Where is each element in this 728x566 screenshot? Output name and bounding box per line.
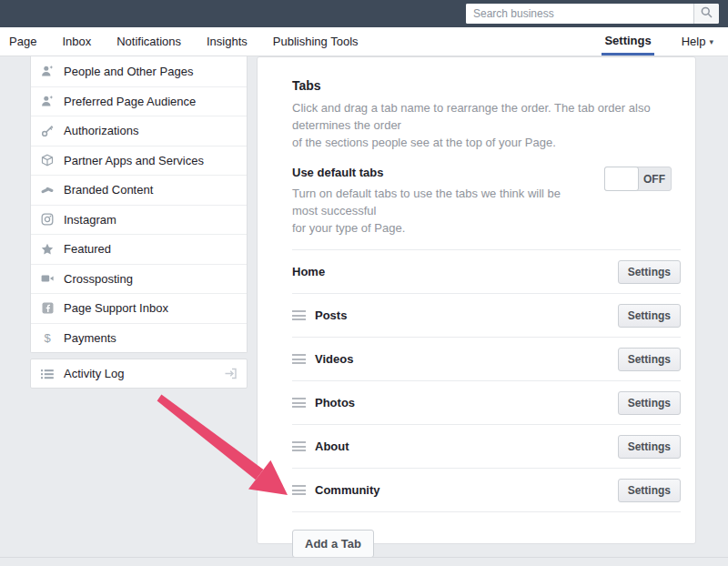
sidebar-item-label: Authorizations [64, 124, 138, 137]
tab-list: Home Settings Posts Settings Videos Sett… [292, 249, 681, 511]
sidebar-item-label: People and Other Pages [64, 65, 193, 78]
toggle-knob [604, 167, 639, 191]
nav-help-menu[interactable]: Help ▾ [682, 27, 713, 56]
tab-name: Videos [315, 352, 353, 366]
top-header-bar [0, 0, 728, 27]
tab-name: Home [292, 265, 325, 278]
tab-settings-button[interactable]: Settings [618, 391, 681, 415]
video-camera-icon [40, 272, 55, 285]
nav-right-group: Settings Help ▾ [602, 27, 713, 56]
sidebar-item-label: Payments [64, 331, 116, 345]
page-title: Tabs [292, 77, 679, 94]
sidebar-item-page-support-inbox[interactable]: Page Support Inbox [31, 293, 247, 323]
sidebar-item-label: Instagram [64, 213, 116, 227]
drag-handle-icon[interactable] [292, 483, 307, 498]
sidebar-item-label: Page Support Inbox [64, 301, 168, 315]
drag-handle-icon[interactable] [292, 396, 307, 410]
sidebar-item-instagram[interactable]: Instagram [31, 205, 247, 235]
sidebar-item-payments[interactable]: $ Payments [31, 323, 247, 353]
nav-left-group: Page Inbox Notifications Insights Publis… [9, 27, 384, 56]
person-star-icon [40, 65, 55, 77]
page-admin-nav: Page Inbox Notifications Insights Publis… [0, 27, 728, 56]
help-label: Help [682, 35, 706, 48]
tab-name: Photos [315, 396, 355, 409]
sidebar-item-activity-log[interactable]: Activity Log [30, 359, 248, 389]
drag-handle-icon[interactable] [292, 308, 307, 323]
sidebar-item-label: Branded Content [64, 183, 153, 197]
sidebar-item-label: Featured [64, 242, 111, 256]
tabs-description-line1: Click and drag a tab name to rearrange t… [292, 99, 679, 134]
tab-row-posts: Posts Settings [292, 293, 681, 337]
key-icon [40, 125, 55, 137]
handshake-icon [40, 184, 55, 197]
add-a-tab-button[interactable]: Add a Tab [292, 530, 374, 558]
nav-tab-insights[interactable]: Insights [207, 27, 248, 56]
tab-name: About [315, 440, 349, 453]
star-icon [40, 243, 55, 256]
tab-row-home: Home Settings [292, 249, 681, 293]
tab-list-footer: Add a Tab [292, 511, 681, 558]
sidebar-item-label: Partner Apps and Services [64, 154, 204, 167]
sidebar-item-preferred-page-audience[interactable]: Preferred Page Audience [31, 86, 247, 116]
use-default-tabs-desc-line1: Turn on default tabs to use the tabs we … [292, 185, 588, 219]
cube-icon [40, 154, 55, 167]
sidebar-item-label: Activity Log [64, 367, 124, 380]
activity-list-icon [40, 368, 55, 380]
tab-name: Posts [315, 308, 347, 322]
sidebar-item-crossposting[interactable]: Crossposting [31, 264, 247, 294]
search-icon [701, 6, 713, 21]
sidebar-item-label: Preferred Page Audience [64, 95, 196, 108]
use-default-tabs-section: Use default tabs Turn on default tabs to… [292, 165, 679, 237]
footer-divider [0, 557, 728, 558]
settings-sidebar: People and Other Pages Preferred Page Au… [30, 56, 248, 353]
sidebar-item-partner-apps-and-services[interactable]: Partner Apps and Services [31, 146, 247, 176]
toggle-state-label: OFF [638, 167, 671, 190]
dollar-icon: $ [40, 331, 55, 344]
tab-settings-button[interactable]: Settings [618, 348, 681, 371]
tab-name: Community [315, 483, 380, 497]
tabs-description: Click and drag a tab name to rearrange t… [292, 99, 679, 151]
sidebar-item-label: Crossposting [64, 272, 133, 286]
person-star-icon [40, 95, 55, 107]
tab-row-community: Community Settings [292, 468, 681, 511]
open-in-icon [224, 367, 238, 380]
drag-handle-icon[interactable] [292, 352, 307, 367]
default-tabs-toggle[interactable]: OFF [604, 167, 672, 191]
tab-row-photos: Photos Settings [292, 380, 681, 424]
search-input[interactable] [466, 4, 693, 24]
use-default-tabs-description: Turn on default tabs to use the tabs we … [292, 185, 588, 237]
sidebar-item-branded-content[interactable]: Branded Content [31, 175, 247, 205]
chevron-down-icon: ▾ [709, 37, 713, 46]
tabs-description-line2: of the sections people see at the top of… [292, 134, 679, 151]
sidebar-item-people-and-other-pages[interactable]: People and Other Pages [31, 56, 247, 86]
drag-handle-icon[interactable] [292, 440, 307, 454]
use-default-tabs-title: Use default tabs [292, 165, 588, 180]
facebook-icon [40, 302, 55, 315]
tab-settings-button[interactable]: Settings [618, 435, 681, 459]
nav-tab-publishing-tools[interactable]: Publishing Tools [273, 27, 359, 56]
nav-tab-settings-active[interactable]: Settings [602, 27, 653, 56]
sidebar-item-featured[interactable]: Featured [31, 234, 247, 264]
tabs-settings-panel: Tabs Click and drag a tab name to rearra… [257, 56, 696, 544]
use-default-tabs-desc-line2: for your type of Page. [292, 219, 588, 237]
tab-row-videos: Videos Settings [292, 337, 681, 380]
business-search [466, 4, 719, 24]
tab-settings-button[interactable]: Settings [618, 479, 681, 502]
sidebar-item-authorizations[interactable]: Authorizations [31, 116, 247, 146]
tab-settings-button[interactable]: Settings [618, 304, 681, 328]
nav-tab-notifications[interactable]: Notifications [116, 27, 181, 56]
facebook-page-settings-screen: Page Inbox Notifications Insights Publis… [0, 0, 728, 566]
tab-row-about: About Settings [292, 424, 681, 468]
nav-tab-inbox[interactable]: Inbox [62, 27, 91, 56]
tab-settings-button[interactable]: Settings [618, 260, 681, 284]
nav-tab-page[interactable]: Page [9, 27, 36, 56]
instagram-icon [40, 213, 55, 226]
search-button[interactable] [693, 4, 719, 24]
